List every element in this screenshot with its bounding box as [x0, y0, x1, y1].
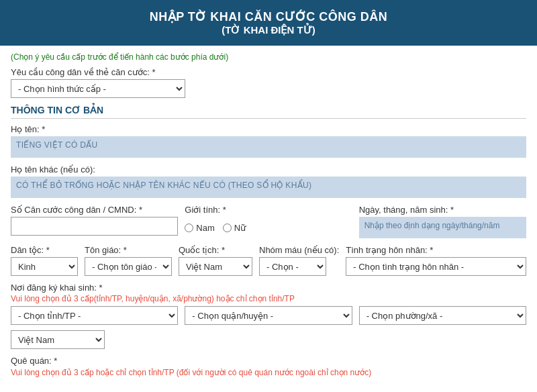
quoc-tich-col: Quốc tịch: * Việt Nam — [179, 245, 252, 276]
ton-giao-col: Tôn giáo: * - Chọn tôn giáo - — [85, 245, 172, 276]
cccd-label: Số Căn cước công dân / CMND: * — [11, 205, 178, 215]
tinh-select[interactable]: - Chọn tỉnh/TP - — [11, 306, 178, 325]
radio-nu[interactable] — [223, 224, 232, 232]
nhom-mau-col: Nhóm máu (nếu có): - Chọn - — [259, 245, 339, 276]
dan-toc-row: Dân tộc: * Kinh Tôn giáo: * - Chọn tôn g… — [11, 245, 526, 276]
gioi-tinh-col: Giới tính: * Nam Nữ — [185, 205, 352, 238]
nhom-mau-select[interactable]: - Chọn - — [259, 257, 326, 276]
nu-label: Nữ — [234, 223, 246, 233]
gender-nu[interactable]: Nữ — [223, 223, 246, 233]
ho-ten-khac-label: Họ tên khác (nếu có): — [11, 164, 526, 175]
ho-ten-field-group: Họ tên: * TIẾNG VIỆT CÓ DẤU — [11, 124, 526, 158]
page-title-line2: (TỜ KHAI ĐIỆN TỬ) — [7, 24, 530, 36]
hon-nhan-select[interactable]: - Chọn tình trạng hôn nhân - — [346, 257, 526, 276]
note-top: (Chọn ý yêu cầu cấp trước để tiến hành c… — [11, 52, 526, 62]
quan-col: - Chọn quận/huyện - — [185, 306, 352, 325]
noi-dang-ky-note: Vui lòng chọn đủ 3 cấp(tỉnh/TP, huyện/qu… — [11, 294, 526, 303]
nam-label: Nam — [196, 223, 214, 233]
ngay-sinh-input[interactable]: Nhập theo định dạng ngày/tháng/năm — [359, 217, 526, 238]
noi-dang-ky-label: Nơi đăng ký khai sinh: * — [11, 283, 526, 293]
cap-select[interactable]: - Chọn hình thức cấp - — [11, 79, 185, 98]
noi-dang-ky-row: - Chọn tỉnh/TP - - Chọn quận/huyện - - C… — [11, 306, 526, 325]
cap-label: Yêu cầu công dân về thẻ căn cước: * — [11, 67, 526, 77]
ngay-sinh-label: Ngày, tháng, năm sinh: * — [359, 205, 526, 215]
viet-nam-col: Việt Nam — [11, 330, 105, 349]
ho-ten-input[interactable]: TIẾNG VIỆT CÓ DẤU — [11, 136, 526, 158]
page-header: NHẬP TỜ KHAI CĂN CƯỚC CÔNG DÂN (TỜ KHAI … — [0, 0, 537, 46]
ho-ten-khac-field-group: Họ tên khác (nếu có): CÓ THỂ BỎ TRỐNG HO… — [11, 164, 526, 198]
gioi-tinh-label: Giới tính: * — [185, 205, 352, 215]
cccd-input[interactable] — [11, 217, 178, 236]
ngay-sinh-col: Ngày, tháng, năm sinh: * Nhập theo định … — [359, 205, 526, 238]
que-quan-note: Vui lòng chọn đủ 3 cấp hoặc chỉ chọn tỉn… — [11, 368, 526, 377]
tinh-col: - Chọn tỉnh/TP - — [11, 306, 178, 325]
cccd-row: Số Căn cước công dân / CMND: * Giới tính… — [11, 205, 526, 238]
hon-nhan-col: Tình trạng hôn nhân: * - Chọn tình trạng… — [346, 245, 526, 276]
phuong-col: - Chọn phường/xã - — [359, 306, 526, 325]
quoc-tich-select[interactable]: Việt Nam — [179, 257, 252, 276]
viet-nam-row: Việt Nam — [11, 330, 526, 349]
ton-giao-select[interactable]: - Chọn tôn giáo - — [85, 257, 172, 276]
section-basic-title: THÔNG TIN CƠ BẢN — [11, 105, 526, 119]
que-quan-label: Quê quán: * — [11, 356, 526, 366]
quoc-tich-label: Quốc tịch: * — [179, 245, 252, 255]
que-quan-section: Quê quán: * Vui lòng chọn đủ 3 cấp hoặc … — [11, 356, 526, 377]
quan-select[interactable]: - Chọn quận/huyện - — [185, 306, 352, 325]
ton-giao-label: Tôn giáo: * — [85, 245, 172, 255]
cap-field-group: Yêu cầu công dân về thẻ căn cước: * - Ch… — [11, 67, 526, 98]
ho-ten-khac-input[interactable]: CÓ THỂ BỎ TRỐNG HOẶC NHẬP TÊN KHÁC NẾU C… — [11, 177, 526, 198]
dan-toc-col: Dân tộc: * Kinh — [11, 245, 78, 276]
page-title-line1: NHẬP TỜ KHAI CĂN CƯỚC CÔNG DÂN — [7, 9, 530, 24]
radio-nam[interactable] — [185, 224, 193, 232]
phuong-select[interactable]: - Chọn phường/xã - — [359, 306, 526, 325]
cccd-col: Số Căn cước công dân / CMND: * — [11, 205, 178, 238]
gender-nam[interactable]: Nam — [185, 223, 214, 233]
ho-ten-label: Họ tên: * — [11, 124, 526, 134]
hon-nhan-label: Tình trạng hôn nhân: * — [346, 245, 526, 255]
viet-nam-select[interactable]: Việt Nam — [11, 330, 105, 349]
gender-group: Nam Nữ — [185, 217, 352, 238]
noi-dang-ky-section: Nơi đăng ký khai sinh: * Vui lòng chọn đ… — [11, 283, 526, 349]
nhom-mau-label: Nhóm máu (nếu có): — [259, 245, 339, 255]
dan-toc-select[interactable]: Kinh — [11, 257, 78, 276]
dan-toc-label: Dân tộc: * — [11, 245, 78, 255]
